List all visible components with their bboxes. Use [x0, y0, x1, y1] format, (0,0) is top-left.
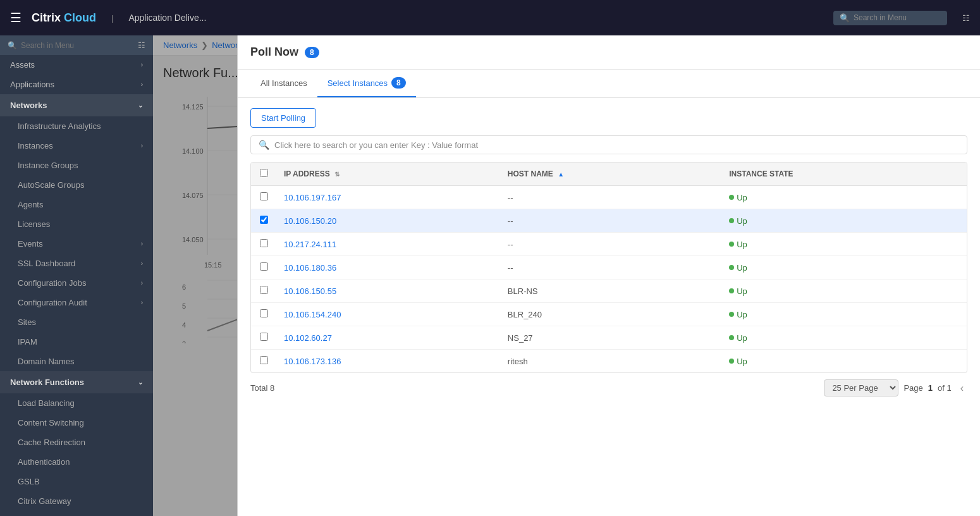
status-up-indicator: Up	[729, 216, 959, 226]
row-checkbox-cell[interactable]	[251, 326, 276, 350]
grid-view-icon[interactable]: ☷	[138, 40, 145, 50]
tab-all-instances[interactable]: All Instances	[250, 70, 317, 97]
sidebar-item-instances[interactable]: Instances ›	[0, 136, 153, 156]
per-page-select[interactable]: 25 Per Page 50 Per Page 100 Per Page	[824, 379, 898, 396]
row-state: Up	[721, 233, 967, 256]
sidebar-label-autoscale-groups: AutoScale Groups	[18, 180, 85, 190]
sidebar-item-load-balancing[interactable]: Load Balancing	[0, 393, 153, 413]
sidebar: 🔍 ☷ Assets › Applications › Networks ⌄ I…	[0, 35, 153, 516]
ip-address-link[interactable]: 10.217.24.111	[284, 240, 336, 249]
table-row[interactable]: 10.102.60.27 NS_27 Up	[251, 326, 967, 350]
status-dot	[729, 195, 734, 200]
row-host: ritesh	[500, 350, 721, 373]
sidebar-item-ssl-dashboard[interactable]: SSL Dashboard ›	[0, 254, 153, 273]
app-logo: Citrix Cloud	[32, 11, 96, 25]
sidebar-item-content-switching[interactable]: Content Switching	[0, 413, 153, 433]
table-row[interactable]: 10.106.180.36 -- Up	[251, 256, 967, 280]
sidebar-search-icon: 🔍	[8, 41, 17, 50]
row-checkbox[interactable]	[260, 239, 268, 247]
sidebar-item-networks[interactable]: Networks ⌄	[0, 94, 153, 116]
top-search-input[interactable]	[854, 13, 929, 22]
tab-select-instances[interactable]: Select Instances 8	[317, 70, 416, 97]
prev-page-button[interactable]: ‹	[957, 381, 967, 395]
sidebar-item-domain-names[interactable]: Domain Names	[0, 352, 153, 371]
row-ip: 10.106.180.36	[276, 256, 500, 280]
sidebar-label-load-balancing: Load Balancing	[18, 398, 75, 408]
row-checkbox[interactable]	[260, 192, 268, 200]
table-row[interactable]: 10.106.173.136 ritesh Up	[251, 350, 967, 373]
start-polling-button[interactable]: Start Polling	[250, 108, 316, 128]
row-host: --	[500, 256, 721, 280]
row-checkbox[interactable]	[260, 356, 268, 364]
col-header-ip-address[interactable]: IP ADDRESS ⇅	[276, 163, 500, 186]
sidebar-item-ipam[interactable]: IPAM	[0, 332, 153, 352]
sidebar-label-applications: Applications	[10, 80, 54, 89]
instance-search-input[interactable]	[274, 140, 959, 150]
row-checkbox[interactable]	[260, 262, 268, 271]
ip-address-link[interactable]: 10.106.150.20	[284, 216, 336, 226]
sidebar-item-assets[interactable]: Assets ›	[0, 55, 153, 75]
row-host: NS_27	[500, 326, 721, 350]
sidebar-item-configuration-audit[interactable]: Configuration Audit ›	[0, 293, 153, 312]
sidebar-item-haproxy[interactable]: HAProxy	[0, 511, 153, 516]
sidebar-item-configuration-jobs[interactable]: Configuration Jobs ›	[0, 273, 153, 293]
status-up-indicator: Up	[729, 286, 959, 296]
ip-address-link[interactable]: 10.106.154.240	[284, 310, 341, 319]
sidebar-item-cache-redirection[interactable]: Cache Redirection	[0, 433, 153, 452]
row-checkbox[interactable]	[260, 286, 268, 294]
chevron-right-icon: ›	[141, 81, 143, 88]
table-row[interactable]: 10.106.197.167 -- Up	[251, 186, 967, 209]
sidebar-item-events[interactable]: Events ›	[0, 234, 153, 254]
table-header-row: IP ADDRESS ⇅ HOST NAME ▲ INSTANCE STATE	[251, 163, 967, 186]
row-checkbox[interactable]	[260, 333, 268, 341]
hamburger-icon[interactable]: ☰	[10, 10, 21, 25]
table-row[interactable]: 10.106.150.20 -- Up	[251, 209, 967, 233]
table-row[interactable]: 10.106.154.240 BLR_240 Up	[251, 303, 967, 326]
row-checkbox-cell[interactable]	[251, 256, 276, 280]
table-footer: Total 8 25 Per Page 50 Per Page 100 Per …	[250, 373, 967, 403]
top-bar: ☰ Citrix Cloud | Application Delive... 🔍…	[0, 0, 980, 35]
row-checkbox-cell[interactable]	[251, 280, 276, 303]
row-checkbox[interactable]	[260, 216, 268, 224]
row-checkbox-cell[interactable]	[251, 209, 276, 233]
table-row[interactable]: 10.217.24.111 -- Up	[251, 233, 967, 256]
sidebar-item-citrix-gateway[interactable]: Citrix Gateway	[0, 491, 153, 511]
ip-address-link[interactable]: 10.106.180.36	[284, 263, 336, 273]
status-up-indicator: Up	[729, 193, 959, 202]
instance-search-container[interactable]: 🔍	[250, 135, 967, 154]
sidebar-item-autoscale-groups[interactable]: AutoScale Groups	[0, 175, 153, 195]
row-checkbox[interactable]	[260, 309, 268, 317]
ip-address-link[interactable]: 10.106.173.136	[284, 357, 341, 366]
col-header-host-name[interactable]: HOST NAME ▲	[500, 163, 721, 186]
current-page-number: 1	[928, 383, 933, 393]
ip-sort-icon: ⇅	[334, 171, 340, 178]
sidebar-item-agents[interactable]: Agents	[0, 195, 153, 214]
row-host: BLR-NS	[500, 280, 721, 303]
row-checkbox-cell[interactable]	[251, 350, 276, 373]
row-checkbox-cell[interactable]	[251, 303, 276, 326]
sidebar-item-applications[interactable]: Applications ›	[0, 75, 153, 94]
sidebar-item-sites[interactable]: Sites	[0, 312, 153, 332]
table-row[interactable]: 10.106.150.55 BLR-NS Up	[251, 280, 967, 303]
grid-icon[interactable]: ☷	[962, 13, 970, 23]
sidebar-item-instance-groups[interactable]: Instance Groups	[0, 156, 153, 175]
ip-address-link[interactable]: 10.102.60.27	[284, 333, 332, 343]
ip-address-link[interactable]: 10.106.150.55	[284, 286, 336, 296]
top-search-bar[interactable]: 🔍	[833, 11, 947, 25]
sidebar-search-input[interactable]	[21, 41, 97, 50]
sidebar-item-authentication[interactable]: Authentication	[0, 452, 153, 472]
ip-address-link[interactable]: 10.106.197.167	[284, 193, 341, 202]
top-nav-app-delivery: Application Delive...	[128, 13, 206, 23]
row-checkbox-cell[interactable]	[251, 186, 276, 209]
sidebar-item-infrastructure-analytics[interactable]: Infrastructure Analytics	[0, 116, 153, 136]
select-all-checkbox[interactable]	[260, 169, 268, 177]
sidebar-label-instance-groups: Instance Groups	[18, 161, 78, 170]
sidebar-item-licenses[interactable]: Licenses	[0, 214, 153, 234]
sidebar-label-configuration-audit: Configuration Audit	[18, 298, 87, 307]
sidebar-item-gslb[interactable]: GSLB	[0, 472, 153, 491]
chevron-right-icon: ›	[141, 142, 143, 149]
row-ip: 10.106.154.240	[276, 303, 500, 326]
row-checkbox-cell[interactable]	[251, 233, 276, 256]
sidebar-label-networks: Networks	[10, 101, 47, 110]
sidebar-item-network-functions[interactable]: Network Functions ⌄	[0, 371, 153, 393]
